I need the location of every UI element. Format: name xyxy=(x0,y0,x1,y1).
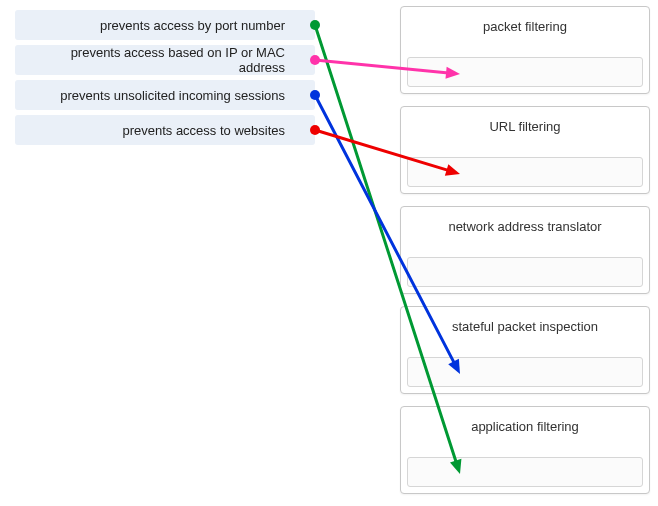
right-card-app-filtering: application filtering xyxy=(400,406,650,494)
right-card-nat: network address translator xyxy=(400,206,650,294)
drop-slot[interactable] xyxy=(407,357,643,387)
right-card-title: packet filtering xyxy=(401,7,649,44)
right-card-url-filtering: URL filtering xyxy=(400,106,650,194)
right-card-title: URL filtering xyxy=(401,107,649,144)
drop-slot[interactable] xyxy=(407,457,643,487)
drop-slot[interactable] xyxy=(407,57,643,87)
left-item-port-number[interactable]: prevents access by port number xyxy=(15,10,315,40)
right-card-title: network address translator xyxy=(401,207,649,244)
left-item-label: prevents access by port number xyxy=(100,18,285,33)
drop-slot[interactable] xyxy=(407,157,643,187)
left-item-unsolicited[interactable]: prevents unsolicited incoming sessions xyxy=(15,80,315,110)
left-item-ip-mac[interactable]: prevents access based on IP or MAC addre… xyxy=(15,45,315,75)
left-item-label: prevents access based on IP or MAC addre… xyxy=(25,45,285,75)
drop-slot[interactable] xyxy=(407,257,643,287)
left-item-label: prevents access to websites xyxy=(122,123,285,138)
left-item-websites[interactable]: prevents access to websites xyxy=(15,115,315,145)
right-card-stateful: stateful packet inspection xyxy=(400,306,650,394)
right-card-packet-filtering: packet filtering xyxy=(400,6,650,94)
right-card-title: application filtering xyxy=(401,407,649,444)
matching-diagram: prevents access by port number prevents … xyxy=(0,0,658,506)
left-item-label: prevents unsolicited incoming sessions xyxy=(60,88,285,103)
right-card-title: stateful packet inspection xyxy=(401,307,649,344)
